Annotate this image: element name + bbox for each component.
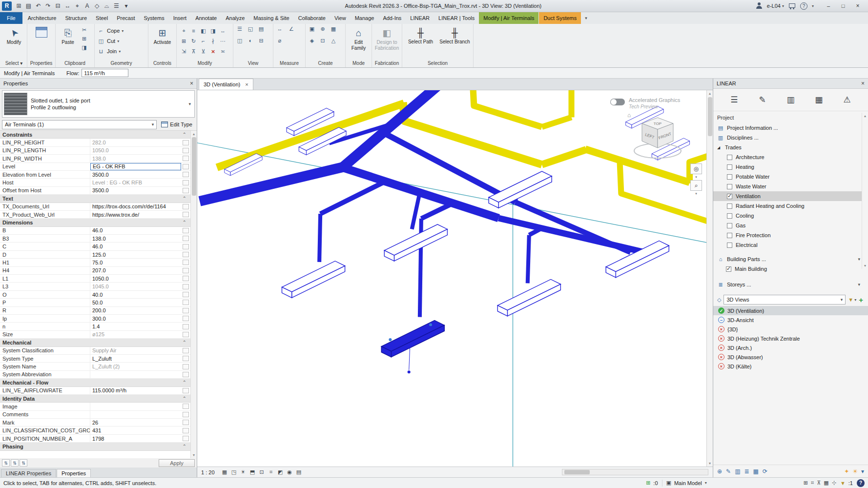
trade-checkbox[interactable] <box>727 164 732 170</box>
property-row[interactable]: D 125.0 <box>0 251 190 259</box>
trade-row[interactable]: Cooling <box>713 211 868 221</box>
edit-family-button[interactable]: ⌂ Edit Family <box>348 26 369 51</box>
filter-funnel-icon[interactable]: ▼ <box>848 297 853 303</box>
filter-funnel-icon[interactable]: ▼ <box>840 480 846 486</box>
selection-toggle-icon[interactable]: ⌗ <box>811 480 814 486</box>
trade-checkbox[interactable] <box>727 203 732 209</box>
linear-toolbar-icon[interactable]: ▥ <box>782 92 799 108</box>
associate-parameter-box[interactable] <box>183 436 189 441</box>
close-icon[interactable]: × <box>245 81 248 87</box>
trade-checkbox[interactable] <box>727 184 732 189</box>
ribbon-tab[interactable]: LINEAR | Tools <box>434 12 479 24</box>
property-value[interactable]: 300.0 <box>90 315 181 322</box>
cart-icon[interactable] <box>788 3 796 9</box>
zoom-icon[interactable]: ⌕ <box>690 180 702 191</box>
view-row[interactable]: 3D (Ventilation) <box>713 306 868 315</box>
modify-tool-icon[interactable]: ⌐ <box>199 36 208 46</box>
associate-parameter-box[interactable] <box>183 148 189 153</box>
scroll-up-icon[interactable]: ▴ <box>193 132 195 136</box>
property-value[interactable]: 1045.0 <box>90 283 181 290</box>
geometry-tool-button[interactable]: ⊔ Join <box>97 46 124 56</box>
ribbon-tab[interactable]: Insert <box>169 12 191 24</box>
linear-toolbar-icon[interactable]: ☰ <box>726 92 743 108</box>
viewcube[interactable]: ⌂ TOP LEFT FRONT <box>629 111 686 164</box>
scale-button[interactable]: 1 : 20 <box>200 469 219 475</box>
create-tool-icon[interactable]: ⊕ <box>319 26 327 37</box>
apply-button[interactable]: Apply <box>159 459 195 467</box>
maximize-button[interactable]: □ <box>836 1 850 11</box>
associate-parameter-box[interactable] <box>183 412 189 417</box>
property-row[interactable]: B3 138.0 <box>0 235 190 243</box>
associate-parameter-box[interactable] <box>183 356 189 361</box>
steering-wheel-icon[interactable]: ◎ <box>690 163 702 174</box>
view-tool-icon[interactable]: ⊟ <box>257 38 265 48</box>
chevron-down-icon[interactable]: ▾ <box>705 481 707 485</box>
associate-parameter-box[interactable] <box>183 372 189 377</box>
building-parts-row[interactable]: ⌂ Building Parts ... ▾ <box>713 254 868 264</box>
modify-button[interactable]: ➤ Modify <box>3 26 24 45</box>
view-tool-icon[interactable]: ◫ <box>236 38 244 48</box>
view-control-icon[interactable]: ⊡ <box>257 468 267 477</box>
qat-icon[interactable]: ⊞ <box>14 1 23 11</box>
trade-row[interactable]: Heating <box>713 162 868 172</box>
property-value[interactable]: L_Zuluft (2) <box>90 363 181 370</box>
view-row[interactable]: 3D (Heizung) Technik Zentrale <box>713 334 868 343</box>
view-tool-icon[interactable]: ▤ <box>257 26 265 37</box>
accelerated-graphics-toggle[interactable] <box>610 99 625 105</box>
geometry-tool-button[interactable]: ⌐ Cope <box>97 26 124 36</box>
property-value[interactable]: 282.0 <box>90 139 181 146</box>
view-control-icon[interactable]: ▤ <box>294 468 304 477</box>
modify-tool-icon[interactable]: ⇲ <box>179 46 188 56</box>
property-row[interactable]: L1 1050.0 <box>0 275 190 283</box>
signed-in-user[interactable]: e-L04▾ <box>767 3 784 9</box>
project-information-row[interactable]: ▤ Project Information ... <box>713 123 868 133</box>
scrollbar-thumb[interactable] <box>708 97 712 136</box>
property-row[interactable]: H4 207.0 <box>0 267 190 275</box>
trade-checkbox[interactable] <box>727 155 732 160</box>
ribbon-tab[interactable]: Modify | Air Terminals <box>479 12 538 24</box>
associate-parameter-box[interactable] <box>183 268 189 273</box>
property-value[interactable]: 1050.0 <box>90 275 181 282</box>
trades-row[interactable]: ◢ Trades <box>713 142 868 152</box>
ribbon-tab[interactable]: Massing & Site <box>249 12 293 24</box>
view-tool-icon[interactable]: ☰ <box>236 26 244 37</box>
create-tool-icon[interactable]: ▣ <box>308 26 316 37</box>
associate-parameter-box[interactable] <box>183 212 189 217</box>
scrollbar-thumb[interactable] <box>564 470 590 474</box>
trade-row[interactable]: Potable Water <box>713 172 868 182</box>
property-row[interactable]: Identity Data <box>0 395 190 403</box>
view-control-icon[interactable]: ⬒ <box>248 468 257 477</box>
property-value[interactable]: ø125 <box>90 331 181 338</box>
property-row[interactable]: System Classification Supply Air <box>0 347 190 355</box>
associate-parameter-box[interactable] <box>183 364 189 369</box>
trade-checkbox[interactable] <box>727 223 732 228</box>
help-chevron-icon[interactable]: ▾ <box>812 4 814 8</box>
trade-checkbox[interactable] <box>727 194 732 199</box>
trade-row[interactable]: Radiant Heating and Cooling <box>713 201 868 211</box>
trade-checkbox[interactable] <box>727 233 732 238</box>
sort-filter-icon[interactable]: ⇅ <box>20 459 27 467</box>
main-building-checkbox[interactable] <box>726 266 731 272</box>
add-view-icon[interactable]: + <box>859 296 863 304</box>
property-row[interactable]: P 50.0 <box>0 299 190 306</box>
property-value[interactable]: Supply Air <box>90 347 181 354</box>
property-value[interactable]: Level : EG - OK RFB <box>90 179 181 186</box>
activate-button[interactable]: ⊞ Activate <box>151 26 174 45</box>
main-building-row[interactable]: Main Building <box>713 264 868 274</box>
ribbon-tab[interactable]: Annotate <box>191 12 221 24</box>
associate-parameter-box[interactable] <box>183 428 189 433</box>
ribbon-tab[interactable]: Precast <box>112 12 139 24</box>
sort-alpha-icon[interactable]: ⇅ <box>2 459 10 467</box>
linear-palette-header[interactable]: LINEAR × <box>713 79 868 89</box>
view-row[interactable]: 3D (Arch.) <box>713 343 868 352</box>
selection-toggle-icon[interactable]: ⊹ <box>832 480 836 486</box>
associate-parameter-box[interactable] <box>183 316 189 321</box>
qat-icon[interactable]: ☰ <box>112 1 121 11</box>
modify-tool-icon[interactable]: ⋯ <box>218 36 227 46</box>
ribbon-tab[interactable]: View <box>330 12 351 24</box>
properties-toggle-button[interactable] <box>30 26 53 38</box>
close-icon[interactable]: × <box>190 80 193 87</box>
chevron-down-icon[interactable]: ▾ <box>854 298 856 302</box>
trade-row[interactable]: Gas <box>713 221 868 230</box>
property-row[interactable]: R 200.0 <box>0 307 190 315</box>
